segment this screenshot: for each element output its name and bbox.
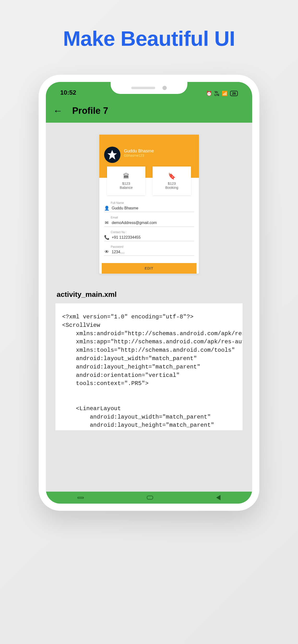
balance-label: Balance <box>120 186 133 190</box>
fullname-field: Full Name 👤 Guddu Bhasme <box>104 201 194 212</box>
profile-card: Guddu Bhasme Gbhasme123 🏛 $123 Balance 🔖… <box>99 135 199 274</box>
speaker-icon <box>131 87 155 89</box>
battery-icon: 26 <box>230 91 238 96</box>
camera-icon <box>163 86 167 90</box>
contact-field: Contact Nu : 📞 +91 1122334455 <box>104 230 194 241</box>
home-nav-icon[interactable] <box>147 496 153 500</box>
edit-button[interactable]: EDIT <box>102 263 197 274</box>
profile-info: Guddu Bhasme Gbhasme123 <box>124 146 154 158</box>
page-headline: Make Beautiful UI <box>63 26 235 51</box>
volte-icon: VoLTE <box>215 90 219 96</box>
code-filename: activity_main.xml <box>55 290 243 298</box>
app-bar-title: Profile 7 <box>72 106 108 116</box>
contact-value[interactable]: +91 1122334455 <box>112 235 141 240</box>
bookmark-icon: 🔖 <box>168 172 176 180</box>
alarm-icon: ⏰ <box>206 90 212 96</box>
fullname-value[interactable]: Guddu Bhasme <box>112 206 138 210</box>
password-field: Password 👁 1234.... <box>104 245 194 256</box>
phone-notch <box>111 82 187 94</box>
bank-icon: 🏛 <box>123 172 129 180</box>
password-value[interactable]: 1234.... <box>112 250 124 254</box>
phone-icon: 📞 <box>104 235 109 240</box>
contact-label: Contact Nu : <box>104 230 194 234</box>
phone-screen: 10:52 ⏰ VoLTE 📶 26 ← Profile 7 Guddu Bha… <box>46 82 252 504</box>
mail-icon: ✉ <box>104 220 109 226</box>
booking-value: $123 <box>168 181 176 186</box>
email-label: Email <box>104 216 194 219</box>
phone-mockup-frame: 10:52 ⏰ VoLTE 📶 26 ← Profile 7 Guddu Bha… <box>39 75 259 511</box>
stat-cards-row: 🏛 $123 Balance 🔖 $123 Booking <box>99 166 199 195</box>
fullname-label: Full Name <box>104 201 194 204</box>
booking-label: Booking <box>165 186 178 190</box>
screen-content: Guddu Bhasme Gbhasme123 🏛 $123 Balance 🔖… <box>46 123 252 492</box>
back-nav-icon[interactable] <box>216 495 221 500</box>
signal-icon: 📶 <box>222 90 228 96</box>
person-icon: 👤 <box>104 206 109 211</box>
password-label: Password <box>104 245 194 248</box>
avatar[interactable] <box>104 146 120 163</box>
avatar-image-icon <box>107 150 117 160</box>
status-indicators: ⏰ VoLTE 📶 26 <box>206 90 238 96</box>
profile-form: Full Name 👤 Guddu Bhasme Email ✉ demoAdd… <box>99 195 199 262</box>
recents-nav-icon[interactable] <box>77 497 84 498</box>
balance-card[interactable]: 🏛 $123 Balance <box>107 166 145 195</box>
balance-value: $123 <box>122 181 130 186</box>
android-nav-bar <box>46 492 252 504</box>
email-field: Email ✉ demoAddress@gmail.com <box>104 216 194 227</box>
code-snippet[interactable]: <?xml version="1.0" encoding="utf-8"?> <… <box>55 303 243 430</box>
app-bar: ← Profile 7 <box>46 99 252 123</box>
profile-name: Guddu Bhasme <box>124 148 154 154</box>
eye-icon: 👁 <box>104 250 109 254</box>
back-arrow-icon[interactable]: ← <box>53 106 63 116</box>
status-time: 10:52 <box>60 89 76 96</box>
profile-username: Gbhasme123 <box>124 154 154 158</box>
booking-card[interactable]: 🔖 $123 Booking <box>153 166 191 195</box>
email-value[interactable]: demoAddress@gmail.com <box>112 221 157 225</box>
